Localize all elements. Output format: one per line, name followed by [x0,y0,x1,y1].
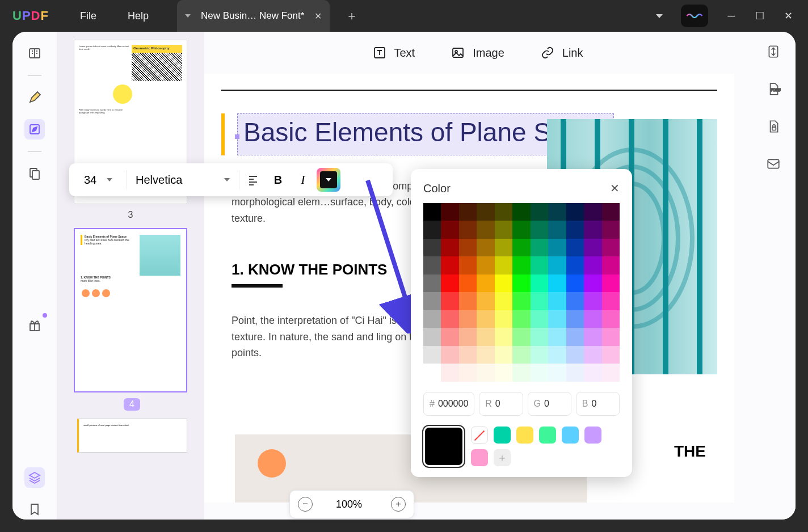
color-cell[interactable] [423,346,441,364]
page-thumbnail-4[interactable]: Basic Elements of Plane Spacetiny filler… [74,228,187,392]
color-cell[interactable] [512,203,530,221]
preset-swatch[interactable] [494,427,511,444]
edit-tool-button[interactable] [24,119,45,140]
color-cell[interactable] [584,256,601,274]
preset-swatch[interactable] [471,449,488,466]
color-cell[interactable] [459,239,477,256]
color-cell[interactable] [495,221,512,238]
color-cell[interactable] [423,292,441,310]
color-cell[interactable] [548,328,566,345]
new-tab-button[interactable]: ＋ [346,7,358,24]
color-cell[interactable] [441,239,458,256]
comment-tool-button[interactable] [24,87,45,108]
color-cell[interactable] [548,221,566,238]
color-cell[interactable] [495,292,512,310]
color-cell[interactable] [477,310,494,328]
color-cell[interactable] [423,221,441,238]
image-tool[interactable]: Image [451,46,504,60]
color-cell[interactable] [512,239,530,256]
color-cell[interactable] [531,221,548,238]
color-cell[interactable] [459,292,477,310]
color-grid[interactable] [423,203,620,382]
color-cell[interactable] [512,328,530,345]
color-cell[interactable] [566,275,584,292]
convert-button[interactable] [766,44,781,61]
color-cell[interactable] [584,275,601,292]
color-cell[interactable] [441,203,458,221]
preset-swatch[interactable] [562,427,579,444]
color-cell[interactable] [548,364,566,381]
color-cell[interactable] [477,203,494,221]
minimize-button[interactable]: ─ [726,10,737,22]
color-cell[interactable] [459,221,477,238]
color-cell[interactable] [477,292,494,310]
share-button[interactable] [766,157,781,174]
color-cell[interactable] [477,328,494,345]
color-cell[interactable] [584,221,601,238]
color-cell[interactable] [548,275,566,292]
color-cell[interactable] [477,275,494,292]
color-cell[interactable] [459,256,477,274]
color-cell[interactable] [495,203,512,221]
color-cell[interactable] [459,328,477,345]
tab-dropdown-icon[interactable] [185,14,191,18]
pdfa-button[interactable]: PDF/A [766,82,781,99]
color-cell[interactable] [441,221,458,238]
color-cell[interactable] [512,275,530,292]
link-tool[interactable]: Link [541,46,583,60]
layers-button[interactable] [24,467,45,488]
color-cell[interactable] [602,221,620,238]
color-cell[interactable] [566,239,584,256]
hex-input[interactable]: #000000 [423,392,474,416]
color-cell[interactable] [548,292,566,310]
color-cell[interactable] [566,292,584,310]
font-size-select[interactable]: 34 [73,174,124,187]
r-input[interactable]: R0 [479,392,523,416]
color-cell[interactable] [602,292,620,310]
no-color-swatch[interactable] [471,427,488,444]
color-cell[interactable] [566,346,584,364]
g-input[interactable]: G0 [528,392,571,416]
zoom-out-button[interactable]: − [298,497,313,512]
preset-swatch[interactable] [584,427,601,444]
color-cell[interactable] [531,310,548,328]
color-cell[interactable] [602,256,620,274]
color-cell[interactable] [566,328,584,345]
color-cell[interactable] [477,221,494,238]
color-cell[interactable] [531,364,548,381]
color-cell[interactable] [602,364,620,381]
color-panel-close[interactable]: ✕ [610,181,620,195]
color-cell[interactable] [477,256,494,274]
color-cell[interactable] [459,203,477,221]
color-cell[interactable] [566,203,584,221]
color-cell[interactable] [584,203,601,221]
color-cell[interactable] [602,239,620,256]
bold-button[interactable]: B [267,168,289,191]
bookmark-button[interactable] [24,499,45,520]
color-cell[interactable] [477,346,494,364]
color-cell[interactable] [584,364,601,381]
color-cell[interactable] [423,275,441,292]
color-cell[interactable] [441,256,458,274]
color-cell[interactable] [548,310,566,328]
color-cell[interactable] [441,328,458,345]
page-thumbnail-5[interactable]: small preview of next page content trunc… [77,419,187,453]
color-cell[interactable] [548,239,566,256]
color-cell[interactable] [584,346,601,364]
color-cell[interactable] [441,292,458,310]
color-cell[interactable] [495,364,512,381]
ai-assistant-button[interactable] [681,5,708,27]
color-cell[interactable] [531,346,548,364]
page-tools-button[interactable] [24,163,45,184]
font-color-button[interactable] [317,168,340,192]
protect-button[interactable] [766,119,781,136]
color-cell[interactable] [602,346,620,364]
color-cell[interactable] [423,310,441,328]
gift-button[interactable] [24,315,45,336]
color-cell[interactable] [459,346,477,364]
tab-close-icon[interactable]: ✕ [314,11,322,22]
color-cell[interactable] [531,328,548,345]
color-cell[interactable] [441,310,458,328]
font-family-select[interactable]: Helvetica [129,174,237,187]
zoom-value[interactable]: 100% [336,499,368,510]
